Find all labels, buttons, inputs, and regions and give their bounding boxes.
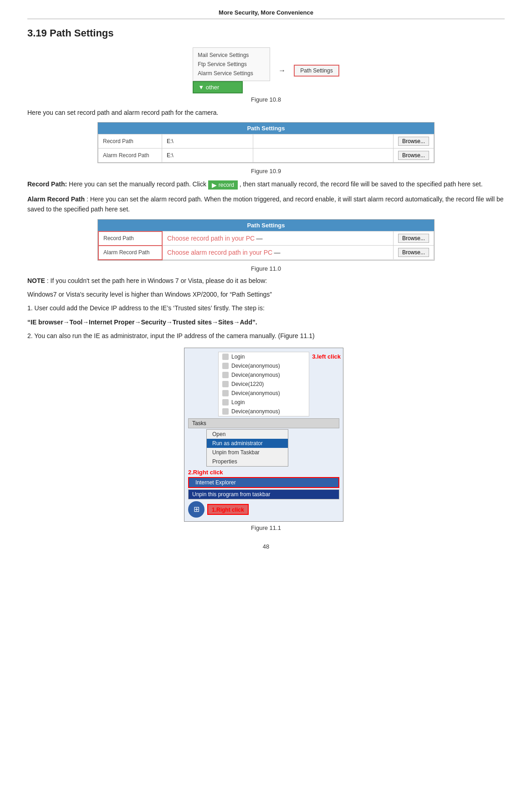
- popup-area: Open Run as administrator Unpin from Tas…: [188, 429, 339, 467]
- ctx-item-anon1: Device(anonymous): [219, 361, 309, 370]
- alarm-path-browse-110: Browse...: [393, 246, 434, 260]
- alarm-record-path-browse-cell: Browse...: [393, 149, 434, 163]
- context-menu-list: Login Device(anonymous) Device(anonymous…: [218, 352, 309, 416]
- ctx-icon: [222, 372, 229, 378]
- table-row: Record Path Choose record path in your P…: [98, 231, 434, 246]
- note-line2: 1. User could add the Device IP address …: [27, 303, 505, 313]
- ie-bar: Internet Explorer: [188, 477, 339, 488]
- intro-paragraph: Here you can set record path and alarm r…: [27, 108, 505, 118]
- note-text: : If you couldn't set the path here in W…: [47, 277, 267, 284]
- record-path-bold: Record Path:: [27, 180, 67, 188]
- path-settings-title-110: Path Settings: [98, 220, 434, 231]
- record-path-browse-button[interactable]: Browse...: [398, 137, 429, 146]
- table-row: Alarm Record Path Choose alarm record pa…: [98, 246, 434, 260]
- record-path-browse-cell: Browse...: [393, 134, 434, 149]
- figure-110-label: Figure 11.0: [27, 265, 505, 272]
- ctx-icon: [222, 408, 229, 415]
- figure-111-container: Login Device(anonymous) Device(anonymous…: [27, 348, 505, 534]
- record-path-label-110: Record Path: [98, 231, 162, 246]
- ctx-item-login1: Login: [219, 352, 309, 361]
- ctx-icon: [222, 399, 229, 406]
- arrow-right-icon: →: [278, 67, 286, 75]
- label-3-left-click: 3.left click: [312, 353, 341, 360]
- record-path-text2: , then start manually record, the record…: [240, 180, 483, 188]
- record-path-paragraph: Record Path: Here you can set the manual…: [27, 179, 505, 189]
- record-path-label: Record Path: [98, 134, 162, 149]
- alarm-record-path-value: E:\: [162, 149, 253, 163]
- menu-item-ftp: Ftp Service Settings: [193, 60, 270, 69]
- tasks-bar: Tasks: [188, 418, 339, 428]
- ctx-item-anon3: Device(anonymous): [219, 389, 309, 398]
- menu-item-mail: Mail Service Settings: [193, 51, 270, 60]
- figure-111-image: Login Device(anonymous) Device(anonymous…: [184, 348, 343, 522]
- path-settings-table-110: Path Settings Record Path Choose record …: [97, 219, 435, 261]
- alarm-record-text: : Here you can set the alarm record path…: [27, 195, 504, 213]
- figure-109-label: Figure 10.9: [27, 168, 505, 175]
- menu-list-container: Mail Service Settings Ftp Service Settin…: [193, 47, 270, 93]
- label-2-right-click: 2.Right click: [188, 468, 339, 476]
- record-path-text1: Here you can set the manually record pat…: [69, 180, 206, 188]
- note-para-1: NOTE : If you couldn't set the path here…: [27, 276, 505, 286]
- record-path-choose: Choose record path in your PC —: [162, 231, 393, 246]
- menu-item-alarm: Alarm Service Settings: [193, 69, 270, 78]
- record-path-value: E:\: [162, 134, 253, 149]
- alarm-record-path-empty: [253, 149, 394, 163]
- figure-111-label: Figure 11.1: [184, 524, 348, 531]
- figure-108-label: Figure 10.8: [27, 96, 505, 103]
- record-path-empty: [253, 134, 394, 149]
- table-row: Alarm Record Path E:\ Browse...: [98, 149, 434, 163]
- alarm-record-paragraph: Alarm Record Path : Here you can set the…: [27, 194, 505, 215]
- record-path-browse-button-110[interactable]: Browse...: [398, 234, 429, 243]
- ctx-icon: [222, 363, 229, 369]
- table-row: Record Path E:\ Browse...: [98, 134, 434, 149]
- windows-icon: ⊞: [188, 501, 205, 518]
- alarm-record-path-label: Alarm Record Path: [98, 149, 162, 163]
- ctx-icon: [222, 354, 229, 360]
- ctx-item-anon4: Device(anonymous): [219, 407, 309, 416]
- ctx-icon: [222, 381, 229, 387]
- path-settings-box: Path Settings: [294, 65, 339, 77]
- other-dropdown-button[interactable]: ▼ other: [193, 81, 243, 93]
- menu-list: Mail Service Settings Ftp Service Settin…: [193, 47, 270, 81]
- alarm-path-label-110: Alarm Record Path: [98, 246, 162, 260]
- path-settings-title-109: Path Settings: [98, 123, 434, 134]
- figure-111-wrapper: Login Device(anonymous) Device(anonymous…: [184, 348, 348, 534]
- note-line3: “IE browser→Tool→Internet Proper→Securit…: [27, 317, 505, 327]
- figure-108-container: Mail Service Settings Ftp Service Settin…: [27, 47, 505, 93]
- page-header: More Security, More Convenience: [27, 9, 505, 19]
- popup-menu: Open Run as administrator Unpin from Tas…: [206, 429, 288, 467]
- path-settings-table-body-110: Record Path Choose record path in your P…: [98, 231, 434, 260]
- record-button[interactable]: ▶ record: [208, 180, 238, 190]
- popup-open: Open: [207, 430, 288, 439]
- figure-109-container: Path Settings Record Path E:\ Browse... …: [27, 122, 505, 175]
- unpin-bar: Unpin this program from taskbar: [188, 489, 339, 499]
- note-section: NOTE : If you couldn't set the path here…: [27, 276, 505, 341]
- note-line1: Windows7 or Vista's security level is hi…: [27, 289, 505, 299]
- note-line4: 2. You can also run the IE as administra…: [27, 331, 505, 341]
- popup-properties: Properties: [207, 457, 288, 466]
- alarm-record-path-browse-button[interactable]: Browse...: [398, 151, 429, 160]
- record-path-browse-110: Browse...: [393, 231, 434, 246]
- popup-unpin-taskbar: Unpin from Taskbar: [207, 448, 288, 457]
- section-title: 3.19 Path Settings: [27, 27, 505, 39]
- windows-icon-area: ⊞ 1.Right click: [188, 501, 339, 518]
- ctx-item-anon2: Device(anonymous): [219, 370, 309, 380]
- ctx-item-login2: Login: [219, 398, 309, 407]
- path-settings-table-109: Path Settings Record Path E:\ Browse... …: [97, 122, 435, 163]
- ctx-icon: [222, 390, 229, 396]
- figure-110-container: Path Settings Record Path Choose record …: [27, 219, 505, 272]
- note-bold: NOTE: [27, 277, 45, 284]
- alarm-record-bold: Alarm Record Path: [27, 195, 85, 203]
- page-number: 48: [27, 543, 505, 550]
- header-title: More Security, More Convenience: [219, 9, 313, 16]
- ctx-item-1220: Device(1220): [219, 380, 309, 389]
- path-settings-table-body-109: Record Path E:\ Browse... Alarm Record P…: [98, 134, 434, 163]
- popup-run-admin: Run as administrator: [207, 439, 288, 448]
- alarm-path-browse-button-110[interactable]: Browse...: [398, 248, 429, 257]
- right-click-1-box: 1.Right click: [207, 504, 249, 515]
- alarm-path-choose: Choose alarm record path in your PC —: [162, 246, 393, 260]
